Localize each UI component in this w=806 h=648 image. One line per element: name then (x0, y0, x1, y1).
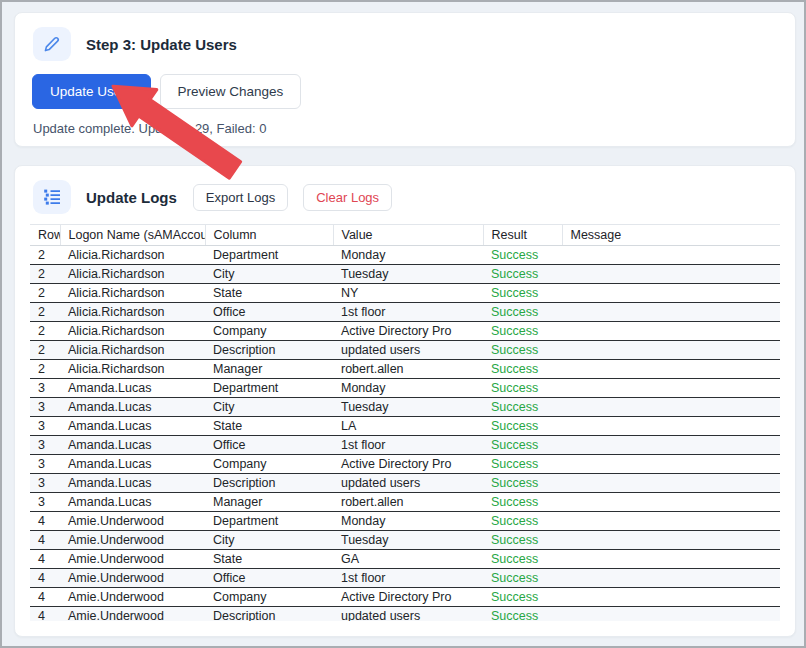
cell-column: City (205, 398, 333, 417)
cell-column: Company (205, 455, 333, 474)
step3-header: Step 3: Update Users (15, 13, 795, 61)
cell-value: updated users (333, 607, 483, 622)
pencil-icon-badge (33, 27, 71, 61)
cell-value: updated users (333, 474, 483, 493)
cell-logon-name: Amanda.Lucas (60, 455, 205, 474)
update-users-button[interactable]: Update Users (32, 74, 151, 109)
table-row: 4Amie.UnderwoodCityTuesdaySuccess (30, 531, 780, 550)
cell-row: 4 (30, 512, 60, 531)
cell-message (562, 436, 780, 455)
cell-message (562, 360, 780, 379)
cell-result: Success (483, 379, 562, 398)
cell-column: Manager (205, 493, 333, 512)
cell-result: Success (483, 607, 562, 622)
table-row: 2Alicia.RichardsonManagerrobert.allenSuc… (30, 360, 780, 379)
page: { "step_section": { "title": "Step 3: Up… (0, 0, 806, 648)
cell-value: robert.allen (333, 493, 483, 512)
cell-row: 3 (30, 474, 60, 493)
cell-result: Success (483, 341, 562, 360)
table-row: 3Amanda.LucasOffice1st floorSuccess (30, 436, 780, 455)
logs-table: RowLogon Name (sAMAccountName)ColumnValu… (30, 224, 780, 621)
table-row: 4Amie.UnderwoodDepartmentMondaySuccess (30, 512, 780, 531)
cell-value: Tuesday (333, 265, 483, 284)
cell-message (562, 607, 780, 622)
cell-result: Success (483, 550, 562, 569)
cell-result: Success (483, 588, 562, 607)
cell-message (562, 569, 780, 588)
cell-row: 2 (30, 303, 60, 322)
cell-message (562, 550, 780, 569)
table-row: 4Amie.UnderwoodCompanyActive Directory P… (30, 588, 780, 607)
cell-value: NY (333, 284, 483, 303)
cell-result: Success (483, 303, 562, 322)
cell-value: updated users (333, 341, 483, 360)
cell-column: City (205, 531, 333, 550)
cell-logon-name: Amie.Underwood (60, 607, 205, 622)
cell-result: Success (483, 493, 562, 512)
cell-row: 4 (30, 531, 60, 550)
cell-value: Tuesday (333, 398, 483, 417)
cell-logon-name: Amanda.Lucas (60, 417, 205, 436)
cell-value: Active Directory Pro (333, 588, 483, 607)
export-logs-button[interactable]: Export Logs (193, 184, 288, 211)
clear-logs-button[interactable]: Clear Logs (303, 184, 392, 211)
cell-logon-name: Amanda.Lucas (60, 436, 205, 455)
cell-value: 1st floor (333, 569, 483, 588)
cell-row: 4 (30, 588, 60, 607)
cell-result: Success (483, 246, 562, 265)
logs-table-container: RowLogon Name (sAMAccountName)ColumnValu… (30, 224, 780, 621)
cell-value: GA (333, 550, 483, 569)
cell-value: robert.allen (333, 360, 483, 379)
table-row: 3Amanda.LucasManagerrobert.allenSuccess (30, 493, 780, 512)
cell-column: Department (205, 246, 333, 265)
column-header-logon-name-samaccountname: Logon Name (sAMAccountName) (60, 225, 205, 246)
cell-row: 2 (30, 246, 60, 265)
cell-message (562, 265, 780, 284)
cell-row: 3 (30, 493, 60, 512)
cell-message (562, 379, 780, 398)
cell-message (562, 341, 780, 360)
cell-column: Manager (205, 360, 333, 379)
cell-column: City (205, 265, 333, 284)
cell-logon-name: Alicia.Richardson (60, 341, 205, 360)
cell-logon-name: Alicia.Richardson (60, 246, 205, 265)
cell-logon-name: Alicia.Richardson (60, 265, 205, 284)
cell-row: 4 (30, 607, 60, 622)
cell-column: Description (205, 474, 333, 493)
cell-result: Success (483, 360, 562, 379)
cell-logon-name: Amie.Underwood (60, 569, 205, 588)
column-header-value: Value (333, 225, 483, 246)
logs-header: Update Logs Export Logs Clear Logs (15, 166, 795, 214)
pencil-icon (43, 35, 61, 53)
list-icon-badge (33, 180, 71, 214)
cell-column: Department (205, 379, 333, 398)
cell-column: Description (205, 341, 333, 360)
cell-row: 2 (30, 322, 60, 341)
logs-title: Update Logs (86, 189, 177, 206)
table-row: 3Amanda.LucasDescriptionupdated usersSuc… (30, 474, 780, 493)
table-row: 3Amanda.LucasStateLASuccess (30, 417, 780, 436)
cell-result: Success (483, 284, 562, 303)
table-header-row: RowLogon Name (sAMAccountName)ColumnValu… (30, 225, 780, 246)
cell-message (562, 493, 780, 512)
cell-result: Success (483, 265, 562, 284)
cell-row: 2 (30, 360, 60, 379)
preview-changes-button[interactable]: Preview Changes (160, 74, 302, 109)
step3-buttons: Update Users Preview Changes (15, 61, 795, 109)
cell-column: Description (205, 607, 333, 622)
cell-value: Monday (333, 379, 483, 398)
cell-value: 1st floor (333, 303, 483, 322)
table-row: 4Amie.UnderwoodOffice1st floorSuccess (30, 569, 780, 588)
cell-row: 3 (30, 455, 60, 474)
cell-row: 2 (30, 284, 60, 303)
cell-column: Office (205, 569, 333, 588)
table-row: 3Amanda.LucasDepartmentMondaySuccess (30, 379, 780, 398)
cell-column: State (205, 550, 333, 569)
cell-value: Tuesday (333, 531, 483, 550)
cell-value: LA (333, 417, 483, 436)
cell-message (562, 398, 780, 417)
cell-result: Success (483, 455, 562, 474)
cell-value: Active Directory Pro (333, 322, 483, 341)
cell-value: Monday (333, 246, 483, 265)
cell-column: Company (205, 322, 333, 341)
